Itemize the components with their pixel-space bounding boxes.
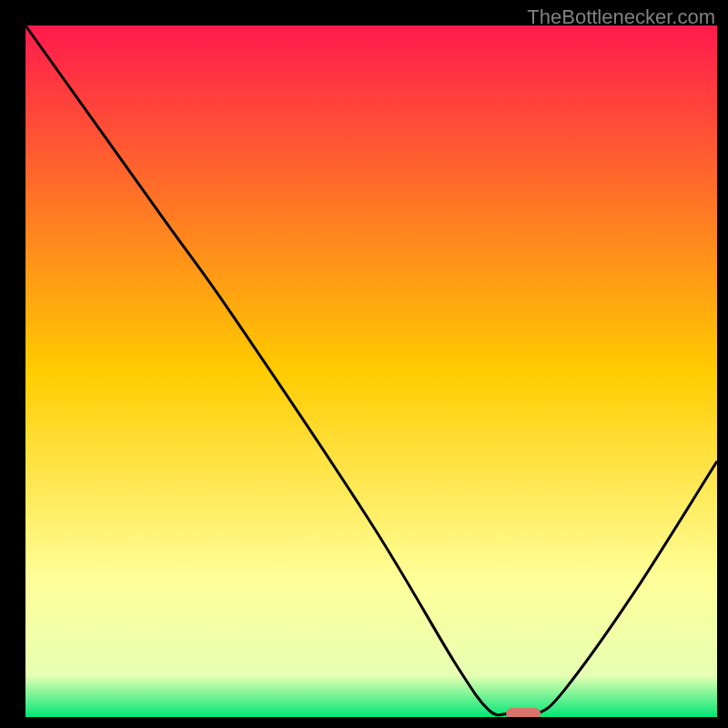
border-right bbox=[717, 0, 728, 728]
border-bottom bbox=[0, 717, 728, 728]
plot-background bbox=[25, 25, 717, 717]
border-left bbox=[0, 0, 25, 728]
chart-svg bbox=[0, 0, 728, 728]
bottleneck-chart bbox=[0, 0, 728, 728]
watermark-text: TheBottlenecker.com bbox=[527, 5, 715, 29]
